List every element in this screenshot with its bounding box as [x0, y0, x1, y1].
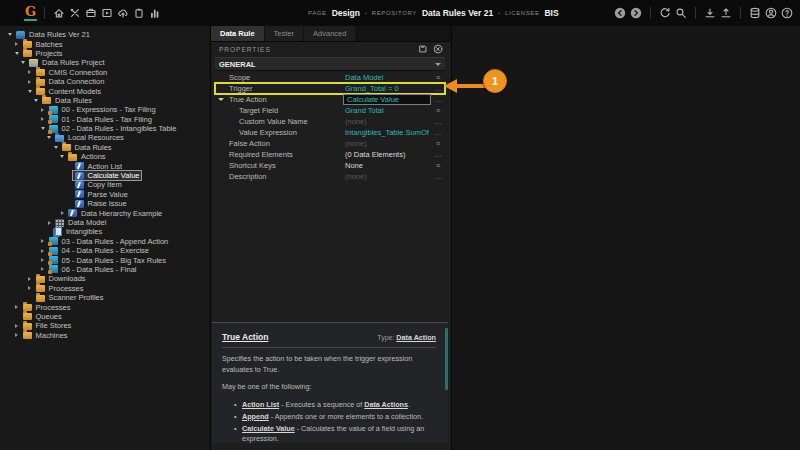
expander-closed-icon[interactable]: [39, 249, 47, 253]
expander-open-icon[interactable]: [19, 61, 27, 64]
property-value[interactable]: Calculate Value: [343, 94, 431, 105]
tree-node-data-connection[interactable]: Data Connection: [0, 77, 209, 86]
tree-node-calculate-value[interactable]: Calculate Value: [0, 171, 209, 180]
expander-closed-icon[interactable]: [13, 305, 21, 309]
tree-node-content-models[interactable]: Content Models: [0, 86, 209, 95]
tree-node-body[interactable]: Data Rules Ver 21: [14, 30, 92, 39]
nav-forward-button[interactable]: [629, 5, 643, 21]
property-value[interactable]: Data Model: [345, 73, 429, 82]
help-link-append[interactable]: Append: [242, 412, 269, 421]
dropdown-menu-icon[interactable]: ≡: [432, 72, 444, 83]
help-link-data-actions[interactable]: Data Actions: [364, 400, 408, 409]
property-value[interactable]: (none): [345, 139, 429, 148]
expander-open-icon[interactable]: [6, 33, 14, 36]
tree-node-machines[interactable]: Machines: [0, 331, 209, 340]
tree-node-body[interactable]: CMIS Connection: [34, 68, 110, 77]
tree-node-body[interactable]: Data Rules: [40, 96, 94, 105]
help-title[interactable]: True Action: [222, 331, 268, 343]
expander-closed-icon[interactable]: [39, 108, 47, 112]
tree-node-body[interactable]: Machines: [21, 331, 70, 340]
close-button[interactable]: [432, 44, 443, 55]
tree-node-downloads[interactable]: Downloads: [0, 274, 209, 283]
tree-node-scanner-profiles[interactable]: Scanner Profiles: [0, 293, 209, 302]
tree-node-processes[interactable]: Processes: [0, 284, 209, 293]
expander-open-icon[interactable]: [218, 98, 224, 101]
help-type-link[interactable]: Data Action: [396, 333, 436, 342]
tree-node-body[interactable]: 02 - Data Rules - Intangibles Table: [47, 124, 179, 133]
tree-node-processes[interactable]: Processes: [0, 302, 209, 311]
tasks-button[interactable]: [100, 5, 114, 21]
ellipsis-button[interactable]: …: [432, 149, 444, 160]
dropdown-menu-icon[interactable]: ≡: [432, 105, 444, 116]
tab-tester[interactable]: Tester: [265, 26, 303, 41]
ellipsis-button[interactable]: …: [432, 171, 444, 182]
tree-node-body[interactable]: Data Model: [53, 218, 108, 227]
tab-data-rule[interactable]: Data Rule: [211, 26, 264, 41]
tree-node-copy-item[interactable]: Copy Item: [0, 180, 209, 189]
expander-open-icon[interactable]: [58, 155, 66, 158]
tree-node-body[interactable]: Intangibles: [53, 227, 104, 236]
tree-node-data-hierarchy-example[interactable]: Data Hierarchy Example: [0, 208, 209, 217]
tree-node-00-expressions-tax-filing[interactable]: 00 - Expressions - Tax Filing: [0, 105, 209, 114]
tree-node-parse-value[interactable]: Parse Value: [0, 190, 209, 199]
expander-closed-icon[interactable]: [39, 239, 47, 243]
tree-node-body[interactable]: 00 - Expressions - Tax Filing: [47, 105, 158, 114]
tree-node-projects[interactable]: Projects: [0, 49, 209, 58]
scrollbar-thumb[interactable]: [445, 328, 449, 390]
tree-node-selected[interactable]: Calculate Value: [73, 171, 142, 180]
expander-closed-icon[interactable]: [39, 117, 47, 121]
expander-closed-icon[interactable]: [39, 267, 47, 271]
tree-node-body[interactable]: Projects: [21, 49, 65, 58]
tree-node-01-data-rules-tax-filing[interactable]: 01 - Data Rules - Tax Filing: [0, 115, 209, 124]
tree-node-02-data-rules-intangibles-table[interactable]: 02 - Data Rules - Intangibles Table: [0, 124, 209, 133]
tree-node-body[interactable]: Local Resources: [53, 133, 126, 142]
expander-closed-icon[interactable]: [13, 324, 21, 328]
expander-closed-icon[interactable]: [26, 286, 34, 290]
property-value[interactable]: Intangibles_Table.SumOf("Total"): [345, 128, 429, 137]
tree-node-actions[interactable]: Actions: [0, 152, 209, 161]
tree-node-queues[interactable]: Queues: [0, 312, 209, 321]
tree-node-file-stores[interactable]: File Stores: [0, 321, 209, 330]
expander-open-icon[interactable]: [39, 127, 47, 130]
section-general[interactable]: GENERAL: [215, 57, 445, 71]
home-button[interactable]: [52, 5, 66, 21]
tree-node-body[interactable]: 01 - Data Rules - Tax Filing: [47, 115, 154, 124]
tools-button[interactable]: [68, 5, 82, 21]
tree-node-body[interactable]: Copy Item: [73, 180, 124, 189]
search-button[interactable]: [674, 5, 688, 21]
expander-closed-icon[interactable]: [45, 221, 53, 225]
tree-node-body[interactable]: File Stores: [21, 321, 74, 330]
tree-node-body[interactable]: 06 - Data Rules - Final: [47, 265, 139, 274]
download-button[interactable]: [703, 5, 717, 21]
tree-node-06-data-rules-final[interactable]: 06 - Data Rules - Final: [0, 265, 209, 274]
tree-node-body[interactable]: Parse Value: [73, 190, 130, 199]
tab-advanced[interactable]: Advanced: [304, 26, 355, 41]
tree-node-body[interactable]: Action List: [73, 162, 125, 171]
expander-closed-icon[interactable]: [26, 70, 34, 74]
tree-node-data-model[interactable]: Data Model: [0, 218, 209, 227]
tree-node-body[interactable]: Data Connection: [34, 77, 107, 86]
property-value[interactable]: Grand Total: [345, 106, 429, 115]
ellipsis-button[interactable]: …: [432, 127, 444, 138]
help-button[interactable]: [780, 5, 794, 21]
tree-node-body[interactable]: Processes: [21, 303, 73, 312]
expander-closed-icon[interactable]: [39, 258, 47, 262]
tree-node-action-list[interactable]: Action List: [0, 161, 209, 170]
property-value[interactable]: Grand_Total = 0: [345, 84, 429, 93]
chevron-down-icon[interactable]: [435, 63, 441, 66]
expander-closed-icon[interactable]: [58, 211, 66, 215]
tree-node-data-rules[interactable]: Data Rules: [0, 96, 209, 105]
expander-closed-icon[interactable]: [13, 333, 21, 337]
upload-button[interactable]: [719, 5, 733, 21]
help-link-action-list[interactable]: Action List: [242, 400, 279, 409]
help-link-calculate-value[interactable]: Calculate Value: [242, 424, 295, 433]
tree-node-body[interactable]: Downloads: [34, 274, 88, 283]
user-button[interactable]: [764, 5, 778, 21]
tree-node-body[interactable]: 03 - Data Rules - Append Action: [47, 237, 171, 246]
tree-node-data-rules-project[interactable]: Data Rules Project: [0, 58, 209, 67]
tree-node-body[interactable]: Processes: [34, 284, 86, 293]
tree-node-03-data-rules-append-action[interactable]: 03 - Data Rules - Append Action: [0, 237, 209, 246]
tree-node-intangibles[interactable]: Intangibles: [0, 227, 209, 236]
expander-closed-icon[interactable]: [13, 42, 21, 46]
property-value[interactable]: None: [345, 161, 429, 170]
